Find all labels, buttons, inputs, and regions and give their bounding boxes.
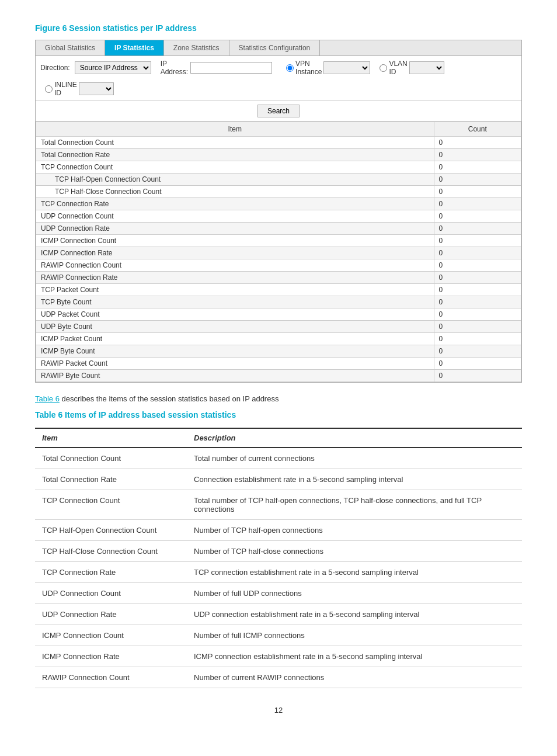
ip-address-group: IPAddress: bbox=[161, 60, 272, 76]
inline-radio[interactable] bbox=[45, 85, 53, 93]
stats-table-row: TCP Half-Open Connection Count0 bbox=[36, 174, 521, 186]
stats-table-row: UDP Connection Rate0 bbox=[36, 223, 521, 235]
vpn-radio[interactable] bbox=[286, 64, 294, 72]
stats-item-cell: ICMP Connection Rate bbox=[36, 247, 434, 259]
desc-description-cell: Total number of TCP half-open connection… bbox=[187, 490, 522, 520]
controls-row: Direction: Source IP Address IPAddress: … bbox=[36, 56, 521, 101]
desc-table-row: TCP Half-Close Connection CountNumber of… bbox=[35, 541, 522, 562]
stats-item-cell: TCP Half-Close Connection Count bbox=[36, 186, 434, 198]
desc-table-row: UDP Connection CountNumber of full UDP c… bbox=[35, 583, 522, 604]
desc-description-cell: Number of TCP half-open connections bbox=[187, 520, 522, 541]
desc-col-item: Item bbox=[35, 428, 187, 448]
page-number: 12 bbox=[35, 706, 522, 715]
desc-table-row: ICMP Connection CountNumber of full ICMP… bbox=[35, 625, 522, 646]
vlan-radio[interactable] bbox=[380, 64, 387, 72]
figure-title: Figure 6 Session statistics per IP addre… bbox=[35, 23, 522, 33]
inline-group: INLINEID bbox=[45, 81, 114, 97]
desc-item-cell: UDP Connection Count bbox=[35, 583, 187, 604]
stats-count-cell: 0 bbox=[434, 321, 521, 333]
desc-item-cell: TCP Half-Close Connection Count bbox=[35, 541, 187, 562]
table6-link[interactable]: Table 6 bbox=[35, 394, 60, 403]
desc-item-cell: TCP Connection Rate bbox=[35, 562, 187, 583]
tab-statistics-configuration[interactable]: Statistics Configuration bbox=[229, 40, 321, 56]
stats-item-cell: RAWIP Connection Count bbox=[36, 259, 434, 272]
desc-table-row: Total Connection CountTotal number of cu… bbox=[35, 448, 522, 469]
desc-table: Item Description Total Connection CountT… bbox=[35, 428, 522, 688]
table-title: Table 6 Items of IP address based sessio… bbox=[35, 410, 522, 419]
stats-count-cell: 0 bbox=[434, 174, 521, 186]
desc-description-cell: Number of current RAWIP connections bbox=[187, 667, 522, 688]
desc-item-cell: RAWIP Connection Count bbox=[35, 667, 187, 688]
tab-zone-statistics[interactable]: Zone Statistics bbox=[164, 40, 229, 56]
direction-label: Direction: bbox=[40, 64, 70, 72]
vlan-select[interactable] bbox=[409, 61, 444, 74]
desc-item-cell: UDP Connection Rate bbox=[35, 604, 187, 625]
stats-table-row: ICMP Connection Count0 bbox=[36, 235, 521, 247]
stats-table-row: Total Connection Count0 bbox=[36, 137, 521, 149]
stats-table-row: TCP Connection Rate0 bbox=[36, 198, 521, 210]
desc-description-cell: ICMP connection establishment rate in a … bbox=[187, 646, 522, 667]
stats-count-cell: 0 bbox=[434, 284, 521, 296]
stats-count-cell: 0 bbox=[434, 333, 521, 345]
stats-item-cell: ICMP Connection Count bbox=[36, 235, 434, 247]
desc-table-row: Total Connection RateConnection establis… bbox=[35, 469, 522, 490]
stats-table-row: UDP Packet Count0 bbox=[36, 308, 521, 321]
tab-panel: Global Statistics IP Statistics Zone Sta… bbox=[35, 40, 522, 383]
search-button[interactable]: Search bbox=[257, 105, 300, 117]
stats-item-cell: ICMP Byte Count bbox=[36, 345, 434, 358]
ip-address-label: IPAddress: bbox=[161, 60, 188, 76]
search-row: Search bbox=[36, 101, 521, 122]
stats-item-cell: UDP Connection Count bbox=[36, 210, 434, 223]
stats-item-cell: TCP Connection Rate bbox=[36, 198, 434, 210]
stats-count-cell: 0 bbox=[434, 223, 521, 235]
desc-description-cell: TCP connection establishment rate in a 5… bbox=[187, 562, 522, 583]
tab-ip-statistics[interactable]: IP Statistics bbox=[105, 40, 164, 56]
stats-count-cell: 0 bbox=[434, 235, 521, 247]
stats-item-cell: Total Connection Count bbox=[36, 137, 434, 149]
col-header-item: Item bbox=[36, 122, 434, 137]
tab-global-statistics[interactable]: Global Statistics bbox=[36, 40, 105, 56]
stats-count-cell: 0 bbox=[434, 272, 521, 284]
desc-table-row: RAWIP Connection CountNumber of current … bbox=[35, 667, 522, 688]
stats-count-cell: 0 bbox=[434, 198, 521, 210]
stats-table-row: Total Connection Rate0 bbox=[36, 149, 521, 161]
ip-address-input[interactable] bbox=[190, 62, 272, 74]
inline-label: INLINEID bbox=[54, 81, 77, 97]
vlan-group: VLANID bbox=[380, 60, 444, 76]
stats-item-cell: UDP Connection Rate bbox=[36, 223, 434, 235]
stats-count-cell: 0 bbox=[434, 259, 521, 272]
desc-item-cell: Total Connection Rate bbox=[35, 469, 187, 490]
stats-count-cell: 0 bbox=[434, 186, 521, 198]
desc-table-row: UDP Connection RateUDP connection establ… bbox=[35, 604, 522, 625]
stats-table-row: TCP Byte Count0 bbox=[36, 296, 521, 308]
stats-count-cell: 0 bbox=[434, 345, 521, 358]
desc-item-cell: ICMP Connection Count bbox=[35, 625, 187, 646]
stats-count-cell: 0 bbox=[434, 210, 521, 223]
stats-table-row: ICMP Byte Count0 bbox=[36, 345, 521, 358]
stats-item-cell: RAWIP Byte Count bbox=[36, 370, 434, 382]
desc-table-row: ICMP Connection RateICMP connection esta… bbox=[35, 646, 522, 667]
vpn-label: VPNInstance bbox=[295, 60, 322, 76]
desc-description-cell: Number of TCP half-close connections bbox=[187, 541, 522, 562]
direction-select[interactable]: Source IP Address bbox=[75, 61, 151, 74]
stats-count-cell: 0 bbox=[434, 358, 521, 370]
desc-item-cell: TCP Connection Count bbox=[35, 490, 187, 520]
desc-col-description: Description bbox=[187, 428, 522, 448]
vpn-select[interactable] bbox=[323, 61, 370, 74]
stats-item-cell: RAWIP Packet Count bbox=[36, 358, 434, 370]
stats-item-cell: TCP Half-Open Connection Count bbox=[36, 174, 434, 186]
desc-table-row: TCP Half-Open Connection CountNumber of … bbox=[35, 520, 522, 541]
inline-select[interactable] bbox=[79, 82, 114, 95]
stats-table-row: RAWIP Byte Count0 bbox=[36, 370, 521, 382]
col-header-count: Count bbox=[434, 122, 521, 137]
stats-item-cell: ICMP Packet Count bbox=[36, 333, 434, 345]
stats-table: Item Count Total Connection Count0Total … bbox=[36, 122, 521, 382]
stats-count-cell: 0 bbox=[434, 137, 521, 149]
desc-table-row: TCP Connection RateTCP connection establ… bbox=[35, 562, 522, 583]
stats-count-cell: 0 bbox=[434, 161, 521, 174]
stats-item-cell: Total Connection Rate bbox=[36, 149, 434, 161]
stats-table-row: RAWIP Connection Rate0 bbox=[36, 272, 521, 284]
stats-table-row: TCP Packet Count0 bbox=[36, 284, 521, 296]
vlan-label: VLANID bbox=[389, 60, 407, 76]
stats-count-cell: 0 bbox=[434, 308, 521, 321]
